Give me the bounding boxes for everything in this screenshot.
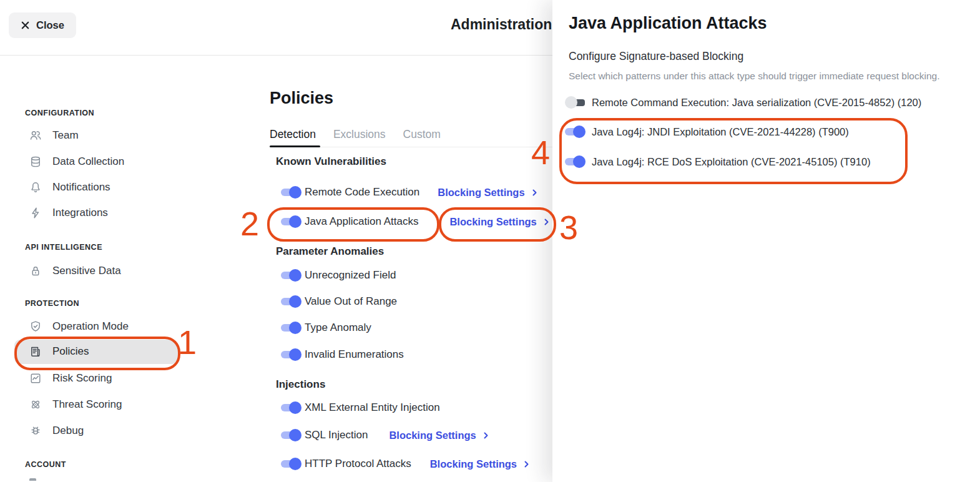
cut-off-icon [29,478,36,481]
sidebar-item-label: Debug [52,425,84,437]
toggle-knob [573,125,586,138]
sidebar-item-label: Risk Scoring [52,372,112,385]
blocking-settings-link[interactable]: Blocking Settings [430,458,531,470]
toggle[interactable] [281,322,301,334]
tab-bar: Detection Exclusions Custom [270,128,441,141]
team-icon [29,129,42,142]
annotation-number-2: 2 [240,207,259,240]
sidebar-item-label: Sensitive Data [52,265,121,277]
sidebar-item-label: Data Collection [52,155,124,168]
pattern-row-log4j-jndi: Java Log4j: JNDI Exploitation (CVE-2021-… [565,122,849,142]
detail-panel: Java Application Attacks Configure Signa… [552,0,980,482]
toggle-knob [289,269,301,282]
policy-row-remote-code-execution: Remote Code Execution Blocking Settings [281,182,539,202]
group-title-known-vulnerabilities: Known Vulnerabilities [276,155,386,168]
pattern-label: Java Log4j: RCE DoS Exploitation (CVE-20… [592,156,871,168]
policy-row-xml-external-entity-injection: XML External Entity Injection [281,398,440,418]
sidebar-section-configuration: CONFIGURATION [25,109,94,117]
tab-custom[interactable]: Custom [403,128,441,141]
policy-label: Value Out of Range [305,295,397,308]
sidebar-item-label: Threat Scoring [52,398,122,411]
toggle[interactable] [281,295,301,308]
blocking-settings-link[interactable]: Blocking Settings [389,430,489,441]
toggle[interactable] [281,458,301,470]
toggle-knob [573,155,586,168]
toggle-knob [289,186,301,199]
sidebar-section-account: ACCOUNT [25,460,66,469]
toggle-knob [289,348,301,361]
blocking-settings-link[interactable]: Blocking Settings [449,216,550,228]
sidebar-item-sensitive-data[interactable]: Sensitive Data [29,259,121,283]
lock-icon [29,264,42,278]
toggle-knob [289,458,301,470]
toggle[interactable] [281,401,301,414]
policy-row-http-protocol-attacks: HTTP Protocol Attacks Blocking Settings [281,454,531,474]
policy-label: XML External Entity Injection [305,401,440,414]
toggle-knob [289,322,301,334]
chevron-right-icon [531,189,539,197]
policy-label: HTTP Protocol Attacks [305,458,411,470]
toggle-knob [289,401,301,414]
chevron-right-icon [522,460,531,468]
annotation-number-4: 4 [531,135,550,169]
toggle[interactable] [565,155,586,168]
close-icon [21,21,30,30]
sidebar-item-integrations[interactable]: Integrations [29,201,108,225]
sidebar-item-policies[interactable]: Policies [29,340,89,363]
sidebar-item-notifications[interactable]: Notifications [29,175,110,199]
page-title: Administration [451,16,552,33]
close-label: Close [36,19,64,31]
sidebar-item-risk-scoring[interactable]: Risk Scoring [29,366,112,390]
policy-label: Type Anomaly [305,322,371,334]
blocking-settings-label: Blocking Settings [389,430,476,441]
blocking-settings-link[interactable]: Blocking Settings [438,187,538,199]
shield-check-icon [29,320,42,333]
toggle[interactable] [281,429,301,441]
main-title: Policies [270,89,333,108]
sidebar-item-debug[interactable]: Debug [29,419,84,443]
chart-icon [29,371,42,385]
policy-row-java-application-attacks: Java Application Attacks Blocking Settin… [281,212,551,232]
sidebar-item-data-collection[interactable]: Data Collection [29,150,124,174]
panel-subtitle: Configure Signature-based Blocking [569,50,743,63]
tab-exclusions[interactable]: Exclusions [333,128,386,141]
tab-detection[interactable]: Detection [270,128,316,141]
sidebar-item-label: Integrations [52,207,108,219]
sidebar-section-protection: PROTECTION [25,299,79,308]
active-tab-underline [270,145,320,147]
policy-row-type-anomaly: Type Anomaly [281,318,371,338]
policy-row-sql-injection: SQL Injection Blocking Settings [281,425,490,445]
policy-label: Remote Code Execution [305,186,419,199]
toggle-knob [289,429,301,441]
sidebar-item-label: Operation Mode [52,320,129,333]
panel-title: Java Application Attacks [569,14,767,33]
bug-icon [29,424,42,438]
close-button[interactable]: Close [9,12,76,38]
sidebar-item-operation-mode[interactable]: Operation Mode [29,315,129,338]
toggle[interactable] [281,215,301,228]
policy-doc-icon [29,345,42,358]
chevron-right-icon [542,218,551,226]
policy-label: Java Application Attacks [305,215,418,228]
sidebar-section-api-intelligence: API INTELLIGENCE [25,243,102,252]
pattern-label: Java Log4j: JNDI Exploitation (CVE-2021-… [592,126,849,138]
toggle[interactable] [281,186,301,199]
sidebar-item-team[interactable]: Team [29,124,79,147]
toggle[interactable] [281,269,301,282]
policy-row-invalid-enumerations: Invalid Enumerations [281,345,404,365]
policy-label: Unrecognized Field [305,269,396,282]
atom-icon [29,398,42,411]
sidebar-item-label: Notifications [52,181,110,194]
group-title-parameter-anomalies: Parameter Anomalies [276,245,384,258]
bell-icon [29,180,42,194]
chevron-right-icon [482,431,490,440]
policy-label: Invalid Enumerations [305,348,404,361]
pattern-row-remote-command-execution: Remote Command Execution: Java serializa… [565,92,921,112]
sidebar-item-label: Policies [52,345,89,358]
policy-row-value-out-of-range: Value Out of Range [281,292,397,312]
toggle[interactable] [565,96,586,109]
toggle[interactable] [565,125,586,138]
toggle[interactable] [281,348,301,361]
sidebar-item-threat-scoring[interactable]: Threat Scoring [29,393,122,416]
administration-screen: Close Administration CONFIGURATION Team … [0,0,980,482]
